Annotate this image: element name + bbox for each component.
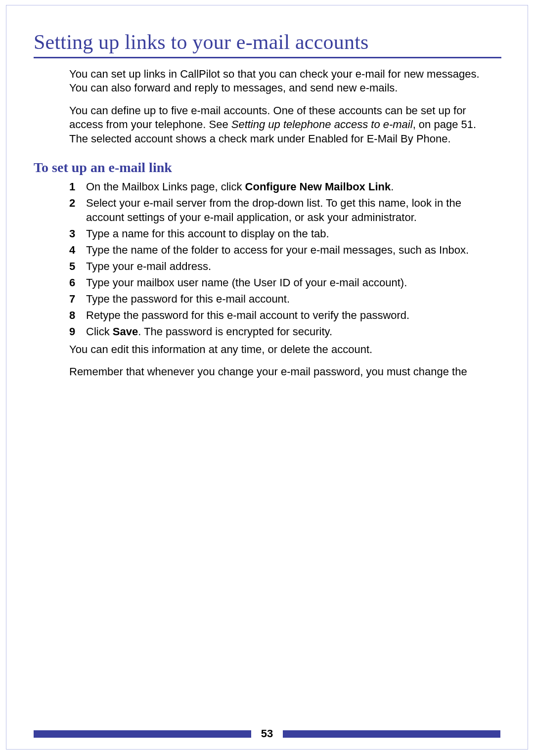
content-area: Setting up links to your e-mail accounts… <box>34 30 501 379</box>
step-row: 1 On the Mailbox Links page, click Confi… <box>69 179 480 194</box>
step-number: 7 <box>69 292 86 306</box>
step-post: . <box>391 180 394 193</box>
step-number: 8 <box>69 308 86 322</box>
step-row: 6 Type your mailbox user name (the User … <box>69 275 480 290</box>
step-number: 1 <box>69 179 86 194</box>
step-number: 9 <box>69 324 86 339</box>
step-text: On the Mailbox Links page, click Configu… <box>86 179 480 194</box>
page-footer: 53 <box>6 725 528 740</box>
step-pre: Click <box>86 325 113 338</box>
cross-reference: Setting up telephone access to e-mail <box>231 118 413 131</box>
after-list-paragraph-1: You can edit this information at any tim… <box>69 343 480 357</box>
step-text: Type the password for this e-mail accoun… <box>86 292 480 306</box>
section-subhead: To set up an e-mail link <box>34 160 501 176</box>
footer-inner: 53 <box>6 725 528 740</box>
step-text: Type the name of the folder to access fo… <box>86 243 480 257</box>
step-row: 8 Retype the password for this e-mail ac… <box>69 308 480 322</box>
after-list-paragraph-2: Remember that whenever you change your e… <box>69 365 480 379</box>
intro-paragraph-1: You can set up links in CallPilot so tha… <box>69 67 480 95</box>
step-text: Type your mailbox user name (the User ID… <box>86 275 480 290</box>
step-text: Type your e-mail address. <box>86 259 480 273</box>
step-text: Click Save. The password is encrypted fo… <box>86 324 480 339</box>
step-text: Retype the password for this e-mail acco… <box>86 308 480 322</box>
step-number: 2 <box>69 196 86 210</box>
step-number: 6 <box>69 275 86 290</box>
step-row: 9 Click Save. The password is encrypted … <box>69 324 480 339</box>
step-number: 3 <box>69 226 86 241</box>
step-number: 5 <box>69 259 86 273</box>
step-pre: On the Mailbox Links page, click <box>86 180 245 193</box>
step-row: 5 Type your e-mail address. <box>69 259 480 273</box>
page-title: Setting up links to your e-mail accounts <box>34 30 501 58</box>
step-row: 3 Type a name for this account to displa… <box>69 226 480 241</box>
step-text: Type a name for this account to display … <box>86 226 480 241</box>
step-bold: Save <box>113 325 138 338</box>
step-number: 4 <box>69 243 86 257</box>
ordered-steps: 1 On the Mailbox Links page, click Confi… <box>69 179 480 339</box>
step-row: 7 Type the password for this e-mail acco… <box>69 292 480 306</box>
page-frame: Setting up links to your e-mail accounts… <box>6 5 528 750</box>
step-text: Select your e-mail server from the drop-… <box>86 196 480 224</box>
step-bold: Configure New Mailbox Link <box>245 180 391 193</box>
intro-paragraph-2: You can define up to five e-mail account… <box>69 104 480 145</box>
step-row: 2 Select your e-mail server from the dro… <box>69 196 480 224</box>
step-post: . The password is encrypted for security… <box>138 325 332 338</box>
intro-block: You can set up links in CallPilot so tha… <box>69 67 480 146</box>
step-row: 4 Type the name of the folder to access … <box>69 243 480 257</box>
footer-bar-right <box>283 730 500 738</box>
